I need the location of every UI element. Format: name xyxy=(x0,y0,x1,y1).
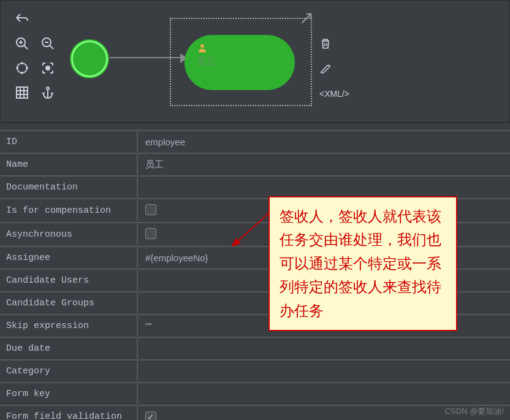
svg-point-23 xyxy=(200,44,204,48)
xml-label[interactable]: <XML/> xyxy=(319,89,349,104)
prop-row-documentation: Documentation xyxy=(0,175,510,198)
diagram-canvas[interactable]: 员工 <XML/> xyxy=(0,0,510,123)
prop-label: Form field validation xyxy=(0,407,138,420)
prop-value-due-date[interactable] xyxy=(138,344,510,354)
prop-row-due-date: Due date xyxy=(0,337,510,359)
svg-rect-13 xyxy=(17,87,28,98)
svg-line-5 xyxy=(50,45,53,49)
prop-label: Documentation xyxy=(0,177,138,197)
user-task-node[interactable]: 员工 xyxy=(185,35,295,90)
prop-row-category: Category xyxy=(0,359,510,382)
canvas-toolbar xyxy=(13,10,57,108)
checkbox-icon[interactable] xyxy=(145,204,156,215)
annotation-callout: 签收人，签收人就代表该任务交由谁处理，我们也可以通过某个特定或一系列特定的签收人… xyxy=(268,196,457,331)
prop-label: Form key xyxy=(0,384,138,404)
undo-icon[interactable] xyxy=(13,10,31,28)
prop-value-category[interactable] xyxy=(138,367,510,376)
anchor-icon[interactable] xyxy=(39,83,57,102)
zoom-in-icon[interactable] xyxy=(13,34,31,53)
prop-label: Assignee xyxy=(0,248,138,268)
prop-label: Due date xyxy=(0,338,138,359)
zoom-out-icon[interactable] xyxy=(39,34,57,53)
svg-point-12 xyxy=(46,66,50,70)
delete-icon[interactable] xyxy=(319,37,349,52)
context-tools: <XML/> xyxy=(319,37,349,104)
prop-row-id: ID employee xyxy=(0,130,510,153)
focus-icon[interactable] xyxy=(39,59,57,77)
prop-label: Candidate Groups xyxy=(0,293,138,313)
prop-value-id[interactable]: employee xyxy=(138,132,510,152)
svg-line-22 xyxy=(302,14,311,23)
prop-value-form-key[interactable] xyxy=(138,389,510,399)
prop-label: Name xyxy=(0,155,138,175)
prop-label: Category xyxy=(0,361,138,381)
prop-value-name[interactable]: 员工 xyxy=(138,154,510,175)
prop-row-name: Name 员工 xyxy=(0,153,510,175)
grid-icon[interactable] xyxy=(13,83,31,102)
prop-label: ID xyxy=(0,132,138,152)
svg-point-7 xyxy=(17,63,27,73)
checkbox-checked-icon[interactable]: ✓ xyxy=(145,411,156,421)
resize-handle-icon[interactable] xyxy=(300,12,313,28)
target-icon[interactable] xyxy=(13,59,31,77)
watermark-text: CSDN @要加油! xyxy=(445,406,504,417)
checkbox-icon[interactable] xyxy=(145,228,156,239)
svg-line-1 xyxy=(24,45,28,49)
svg-point-18 xyxy=(47,87,49,90)
task-label: 员工 xyxy=(197,56,283,67)
prop-label: Skip expression xyxy=(0,316,138,336)
start-event-node[interactable] xyxy=(71,40,108,77)
annotation-text: 签收人，签收人就代表该任务交由谁处理，我们也可以通过某个特定或一系列特定的签收人… xyxy=(280,208,441,319)
wrench-icon[interactable] xyxy=(319,63,349,78)
user-icon xyxy=(197,42,208,53)
prop-value-documentation[interactable] xyxy=(138,183,510,193)
prop-label: Is for compensation xyxy=(0,200,138,221)
prop-row-form-validation: Form field validation ✓ xyxy=(0,405,510,420)
prop-row-form-key: Form key xyxy=(0,382,510,405)
prop-label: Asynchronous xyxy=(0,224,138,245)
prop-label: Candidate Users xyxy=(0,270,138,291)
